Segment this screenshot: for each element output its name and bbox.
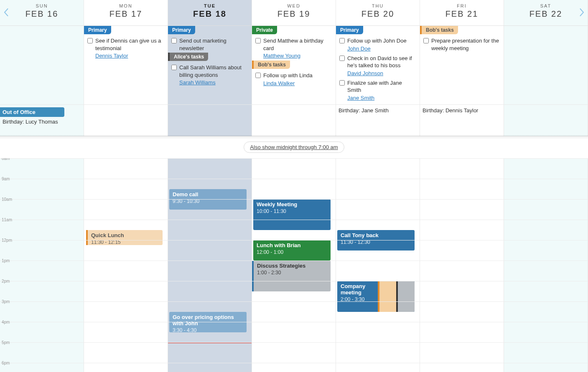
task-cell-tue[interactable]: PrimarySend out marketing newsletterAlic…: [168, 26, 252, 104]
task-cell-wed[interactable]: PrivateSend Matthew a birthday cardMatth…: [252, 26, 336, 104]
task-text: Check in on David to see if he's talked …: [347, 55, 416, 69]
day-header-sat[interactable]: SAT FEB 22: [504, 0, 588, 25]
event[interactable]: Discuss Strategies1:00 - 2:30: [252, 261, 331, 291]
hour-line: [0, 281, 588, 281]
hour-line: [0, 220, 588, 220]
event-title: Go over pricing options with John: [173, 314, 243, 326]
task-checkbox[interactable]: [171, 65, 177, 70]
allday-cell-sat[interactable]: [504, 105, 588, 136]
prev-week-button[interactable]: [3, 8, 9, 18]
task-cell-sun[interactable]: [0, 26, 84, 104]
task-link[interactable]: Dennis Taylor: [95, 53, 168, 61]
task-checkbox[interactable]: [171, 38, 177, 43]
event[interactable]: Quick Lunch11:30 - 12:15: [86, 230, 163, 245]
day-header-mon[interactable]: MON FEB 17: [84, 0, 168, 25]
date-label: FEB 22: [504, 9, 588, 19]
task-item[interactable]: Send out marketing newsletter: [168, 36, 252, 53]
task-cell-sat[interactable]: [504, 26, 588, 104]
task-link[interactable]: Sarah Williams: [179, 79, 252, 87]
task-cell-mon[interactable]: PrimarySee if Dennis can give us a testi…: [84, 26, 168, 104]
task-checkbox[interactable]: [255, 38, 261, 43]
hour-line: [0, 240, 588, 240]
task-text: Send out marketing newsletter: [179, 37, 248, 52]
dow-label: FRI: [420, 3, 504, 8]
task-item[interactable]: Prepare presentation for the weekly meet…: [420, 36, 504, 53]
task-link[interactable]: Jane Smith: [347, 95, 420, 103]
allday-cell-thu[interactable]: Birthday: Jane Smith: [336, 105, 420, 136]
event-time: 3:30 - 4:30: [173, 327, 243, 332]
task-link[interactable]: David Johnson: [347, 70, 420, 78]
task-checkbox[interactable]: [339, 56, 345, 61]
task-group-label[interactable]: Alice's tasks: [168, 53, 208, 61]
time-col-sun[interactable]: [0, 158, 84, 372]
allday-cell-mon[interactable]: [84, 105, 168, 136]
task-item[interactable]: Follow up with John Doe: [336, 36, 420, 46]
task-checkbox[interactable]: [339, 80, 345, 86]
show-midnight-link[interactable]: Also show midnight through 7:00 am: [244, 142, 344, 153]
date-label: FEB 19: [252, 9, 336, 19]
task-group-label[interactable]: Primary: [84, 26, 111, 34]
time-col-wed[interactable]: Weekly Meeting10:00 - 11:30Lunch with Br…: [252, 158, 336, 372]
allday-cell-wed[interactable]: [252, 105, 336, 136]
task-text: Send Matthew a birthday card: [263, 37, 332, 52]
time-col-fri[interactable]: [420, 158, 504, 372]
task-checkbox[interactable]: [423, 38, 429, 43]
hour-label: 8am: [2, 158, 10, 161]
day-header-sun[interactable]: SUN FEB 16: [0, 0, 84, 25]
hour-line: [0, 301, 588, 302]
task-text: Finalize sale with Jane Smith: [347, 79, 416, 94]
allday-cell-sun[interactable]: Out of Office Birthday: Lucy Thomas: [0, 105, 84, 136]
time-col-mon[interactable]: Quick Lunch11:30 - 12:15: [84, 158, 168, 372]
event[interactable]: Weekly Meeting10:00 - 11:30: [253, 199, 331, 230]
task-cell-fri[interactable]: Bob's tasksPrepare presentation for the …: [420, 26, 504, 104]
hour-line: [0, 261, 588, 261]
allday-text[interactable]: Birthday: Dennis Taylor: [423, 107, 501, 114]
task-group-label[interactable]: Primary: [168, 26, 195, 34]
day-header-thu[interactable]: THU FEB 20: [336, 0, 420, 25]
hour-label: 12pm: [2, 238, 12, 243]
task-item[interactable]: Check in on David to see if he's talked …: [336, 53, 420, 70]
event[interactable]: Lunch with Brian12:00 - 1:00: [253, 240, 331, 261]
time-col-thu[interactable]: Call Tony back11:30 - 12:30Company meeti…: [336, 158, 420, 372]
task-checkbox[interactable]: [255, 73, 261, 78]
day-header-tue[interactable]: TUE FEB 18: [168, 0, 252, 25]
task-group-label[interactable]: Private: [252, 26, 277, 34]
task-group-label[interactable]: Bob's tasks: [420, 26, 458, 34]
date-label: FEB 17: [84, 9, 168, 19]
event-title: Quick Lunch: [91, 232, 159, 238]
task-item[interactable]: Send Matthew a birthday card: [252, 36, 336, 53]
task-checkbox[interactable]: [339, 38, 345, 43]
day-header-fri[interactable]: FRI FEB 21: [420, 0, 504, 25]
date-label: FEB 18: [168, 9, 252, 19]
task-item[interactable]: See if Dennis can give us a testimonial: [84, 36, 168, 53]
task-row: PrimarySee if Dennis can give us a testi…: [0, 26, 588, 104]
allday-cell-tue[interactable]: [168, 105, 252, 136]
task-cell-thu[interactable]: PrimaryFollow up with John DoeJohn DoeCh…: [336, 26, 420, 104]
next-week-button[interactable]: [579, 8, 585, 18]
day-header-wed[interactable]: WED FEB 19: [252, 0, 336, 25]
task-item[interactable]: Call Sarah Williams about billing questi…: [168, 63, 252, 79]
time-col-sat[interactable]: [504, 158, 588, 372]
hour-line: [0, 342, 588, 343]
task-item[interactable]: Finalize sale with Jane Smith: [336, 78, 420, 95]
event-time: 12:00 - 1:00: [257, 249, 327, 255]
time-grid: Quick Lunch11:30 - 12:15 Demo call9:30 -…: [0, 158, 588, 372]
allday-cell-fri[interactable]: Birthday: Dennis Taylor: [420, 105, 504, 136]
date-label: FEB 20: [336, 9, 420, 19]
task-link[interactable]: Linda Walker: [263, 80, 336, 88]
date-label: FEB 16: [0, 9, 84, 19]
task-checkbox[interactable]: [87, 38, 93, 43]
allday-text[interactable]: Birthday: Lucy Thomas: [3, 119, 81, 125]
task-group-label[interactable]: Bob's tasks: [252, 61, 290, 69]
dow-label: THU: [336, 3, 420, 8]
allday-text[interactable]: Birthday: Jane Smith: [339, 107, 417, 114]
time-col-tue[interactable]: Demo call9:30 - 10:30Go over pricing opt…: [168, 158, 252, 372]
task-link[interactable]: John Doe: [347, 46, 420, 53]
task-item[interactable]: Follow up with Linda: [252, 71, 336, 80]
allday-event-out-of-office[interactable]: Out of Office: [0, 107, 64, 117]
task-link[interactable]: Matthew Young: [263, 53, 336, 61]
allday-row: Out of Office Birthday: Lucy Thomas Birt…: [0, 104, 588, 136]
task-group-label[interactable]: Primary: [336, 26, 363, 34]
event-segment: [396, 281, 415, 312]
event[interactable]: Company meeting2:00 - 3:30: [337, 281, 415, 312]
